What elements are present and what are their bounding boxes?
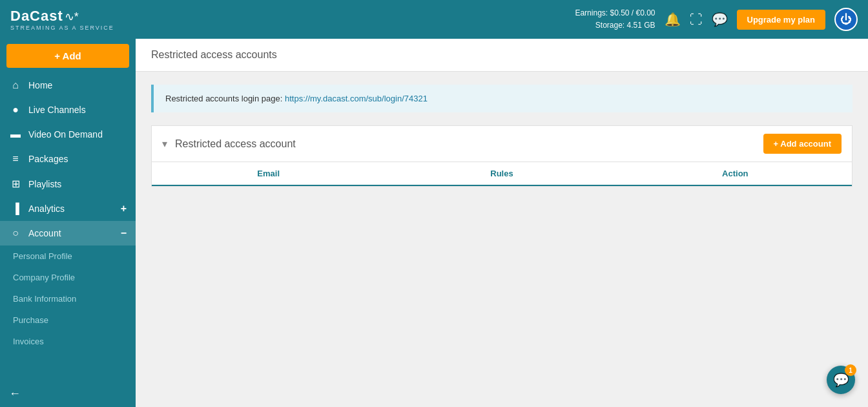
sidebar-item-label: Playlists	[28, 179, 61, 189]
sidebar-item-analytics[interactable]: ▐ Analytics +	[0, 196, 136, 221]
back-button[interactable]: ←	[0, 381, 136, 407]
packages-icon: ≡	[9, 153, 22, 165]
page-title: Restricted access accounts	[151, 49, 852, 61]
earnings-label: Earnings: $0.50 / €0.00	[575, 7, 655, 19]
sidebar-item-label: Live Channels	[28, 105, 86, 115]
sidebar-item-purchase[interactable]: Purchase	[0, 309, 136, 331]
sidebar-item-label: Account	[28, 228, 61, 238]
col-rules: Rules	[385, 169, 618, 178]
add-account-button[interactable]: + Add account	[763, 134, 842, 154]
logo-wave: ∿*	[65, 10, 79, 24]
storage-label: Storage: 4.51 GB	[575, 19, 655, 32]
sidebar-item-vod[interactable]: ▬ Video On Demand	[0, 122, 136, 147]
logo-text: DaCast	[10, 8, 63, 25]
sidebar-item-personal-profile[interactable]: Personal Profile	[0, 245, 136, 267]
earnings-info: Earnings: $0.50 / €0.00 Storage: 4.51 GB	[575, 7, 655, 32]
back-icon: ←	[9, 387, 21, 401]
fullscreen-icon[interactable]: ⛶	[690, 12, 703, 27]
playlists-icon: ⊞	[9, 178, 22, 190]
sidebar-item-home[interactable]: ⌂ Home	[0, 73, 136, 98]
sidebar-item-live-channels[interactable]: ● Live Channels	[0, 98, 136, 122]
sidebar: + Add ⌂ Home ● Live Channels ▬ Video On …	[0, 39, 136, 407]
account-expand: −	[121, 227, 127, 239]
app-header: DaCast ∿* STREAMING AS A SERVICE Earning…	[0, 0, 868, 39]
bell-icon[interactable]: 🔔	[665, 12, 681, 27]
col-email: Email	[152, 169, 385, 178]
table-header: Email Rules Action	[152, 162, 852, 186]
info-box: Restricted accounts login page: https://…	[151, 85, 852, 112]
sidebar-item-invoices[interactable]: Invoices	[0, 331, 136, 352]
main-layout: + Add ⌂ Home ● Live Channels ▬ Video On …	[0, 39, 868, 407]
analytics-expand: +	[121, 203, 127, 214]
chat-widget[interactable]: 💬 1	[827, 366, 855, 394]
add-button[interactable]: + Add	[6, 44, 129, 68]
chevron-down-icon[interactable]: ▾	[162, 138, 167, 150]
home-icon: ⌂	[9, 79, 22, 91]
live-icon: ●	[9, 104, 22, 116]
sidebar-item-account[interactable]: ○ Account −	[0, 221, 136, 245]
content-body: Restricted accounts login page: https://…	[136, 72, 868, 407]
sidebar-item-label: Video On Demand	[28, 129, 103, 140]
sidebar-item-company-profile[interactable]: Company Profile	[0, 267, 136, 288]
upgrade-button[interactable]: Upgrade my plan	[737, 10, 825, 30]
sidebar-item-bank-information[interactable]: Bank Information	[0, 288, 136, 309]
logo-subtitle: STREAMING AS A SERVICE	[10, 25, 114, 31]
info-link[interactable]: https://my.dacast.com/sub/login/74321	[285, 94, 428, 103]
avatar[interactable]: ⏻	[834, 8, 858, 31]
logo: DaCast ∿* STREAMING AS A SERVICE	[10, 8, 114, 31]
sidebar-item-packages[interactable]: ≡ Packages	[0, 147, 136, 171]
section-title: Restricted access account	[175, 138, 763, 150]
avatar-icon: ⏻	[840, 13, 852, 26]
section-header: ▾ Restricted access account + Add accoun…	[152, 126, 852, 162]
section-panel: ▾ Restricted access account + Add accoun…	[151, 125, 852, 187]
analytics-icon: ▐	[9, 203, 22, 214]
chat-badge: 1	[845, 364, 856, 376]
content-header: Restricted access accounts	[136, 39, 868, 72]
info-label: Restricted accounts login page:	[165, 94, 282, 103]
chat-icon[interactable]: 💬	[712, 12, 728, 27]
sidebar-item-label: Analytics	[28, 204, 65, 214]
sidebar-item-label: Packages	[28, 154, 68, 164]
col-action: Action	[619, 169, 852, 178]
header-right: Earnings: $0.50 / €0.00 Storage: 4.51 GB…	[575, 7, 858, 32]
main-content: Restricted access accounts Restricted ac…	[136, 39, 868, 407]
sidebar-item-label: Home	[28, 80, 52, 90]
sidebar-item-playlists[interactable]: ⊞ Playlists	[0, 171, 136, 196]
vod-icon: ▬	[9, 129, 22, 140]
account-icon: ○	[9, 227, 22, 239]
